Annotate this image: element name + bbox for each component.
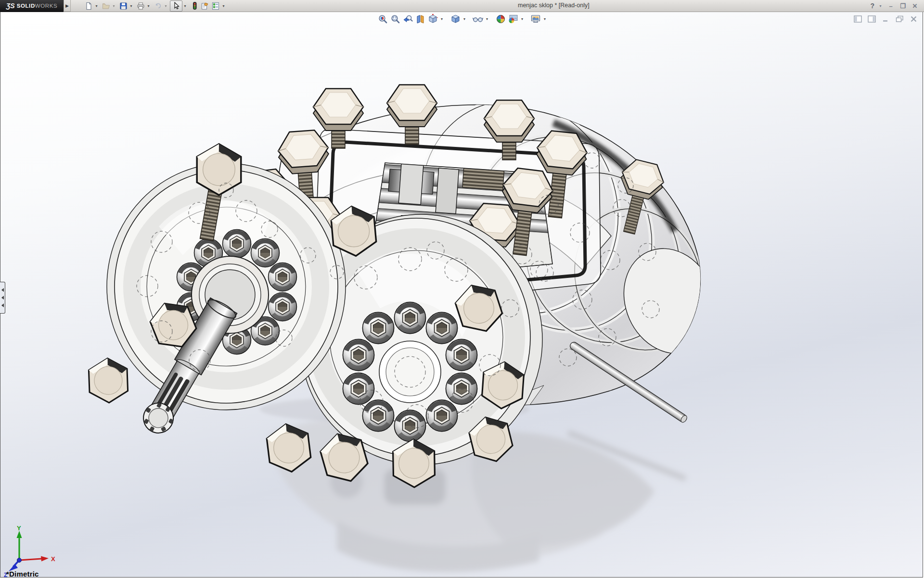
- options-button[interactable]: [210, 0, 221, 11]
- standard-toolbar: ▾ ▾ ▾ ▾: [83, 0, 228, 12]
- feature-manager-collapsed-tab[interactable]: [0, 282, 5, 314]
- zoom-to-fit-icon: [378, 14, 388, 24]
- dropdown-arrow[interactable]: ▾: [146, 0, 151, 11]
- svg-text:X: X: [51, 555, 55, 563]
- undo-button[interactable]: [153, 0, 163, 11]
- apply-scene-icon: [508, 14, 518, 24]
- solidworks-logo[interactable]: ƷS SOLIDWORKS: [0, 0, 64, 12]
- previous-view-icon: [403, 14, 413, 24]
- document-window-controls: [853, 14, 918, 23]
- minimize-document-icon: [882, 15, 889, 23]
- close-document-icon: [910, 15, 917, 23]
- gearbox-3d-model[interactable]: [0, 0, 924, 578]
- menu-flyout-arrow[interactable]: ▶: [64, 0, 71, 12]
- zoom-to-area-button[interactable]: [389, 13, 401, 25]
- help-dropdown-arrow[interactable]: ▾: [878, 0, 883, 11]
- previous-view-button[interactable]: [402, 13, 413, 25]
- hide-show-items-button[interactable]: [472, 13, 484, 25]
- view-orientation-cube-icon: [428, 14, 438, 24]
- restore-button[interactable]: ❐: [898, 2, 907, 10]
- open-document-button[interactable]: [101, 0, 111, 11]
- select-cursor-icon: [172, 2, 180, 10]
- apply-scene-button[interactable]: [507, 13, 519, 25]
- collapse-left-pane-button[interactable]: [853, 14, 862, 23]
- dropdown-arrow[interactable]: ▾: [182, 0, 188, 11]
- expand-pane-arrow-icon: [1, 296, 4, 300]
- svg-text:Y: Y: [17, 525, 21, 532]
- file-properties-button[interactable]: [200, 0, 210, 11]
- restore-document-button[interactable]: [895, 14, 904, 23]
- new-document-icon: [85, 2, 93, 10]
- collapse-right-pane-icon: [868, 15, 876, 23]
- view-settings-monitor-icon: [530, 14, 541, 24]
- print-button[interactable]: [135, 0, 146, 11]
- restore-document-icon: [896, 15, 904, 23]
- section-view-button[interactable]: [414, 13, 426, 25]
- rebuild-button[interactable]: [189, 0, 200, 11]
- save-floppy-icon: [119, 2, 128, 10]
- minimize-document-button[interactable]: [881, 14, 890, 23]
- minimize-button[interactable]: –: [886, 2, 895, 10]
- expand-pane-arrow-icon: [1, 288, 4, 292]
- dropdown-arrow[interactable]: ▾: [111, 0, 116, 11]
- title-bar: ƷS SOLIDWORKS ▶ ▾ ▾ ▾: [0, 0, 924, 12]
- view-orientation-button[interactable]: [427, 13, 438, 25]
- collapse-left-pane-icon: [854, 15, 862, 23]
- solidworks-brand-text: SOLIDWORKS: [17, 3, 58, 9]
- dropdown-arrow[interactable]: ▾: [542, 17, 547, 21]
- solidworks-logo-mark-icon: ƷS: [6, 2, 15, 10]
- file-properties-icon: [201, 2, 209, 10]
- select-button[interactable]: [170, 0, 182, 12]
- help-button[interactable]: ?: [870, 2, 874, 10]
- display-style-button[interactable]: [449, 13, 461, 25]
- undo-arrow-icon: [154, 2, 162, 10]
- dropdown-arrow[interactable]: ▾: [128, 0, 134, 11]
- traffic-light-icon: [191, 1, 199, 10]
- zoom-to-area-icon: [390, 14, 400, 24]
- document-title: menjac sklop * [Read-only]: [518, 2, 590, 9]
- view-orientation-label: *Dimetric: [6, 570, 39, 578]
- close-document-button[interactable]: [909, 14, 918, 23]
- eyeglasses-icon: [473, 14, 483, 24]
- dropdown-arrow[interactable]: ▾: [221, 0, 226, 11]
- app-window-controls: ? ▾ – ❐ ✕: [870, 0, 919, 12]
- display-style-cube-icon: [450, 14, 461, 24]
- heads-up-view-toolbar: ▾ ▾ ▾: [0, 13, 924, 25]
- expand-pane-arrow-icon: [1, 303, 4, 307]
- new-document-button[interactable]: [83, 0, 94, 11]
- dropdown-arrow[interactable]: ▾: [520, 17, 525, 21]
- dropdown-arrow[interactable]: ▾: [462, 17, 467, 21]
- collapse-right-pane-button[interactable]: [867, 14, 876, 23]
- save-button[interactable]: [118, 0, 128, 11]
- dropdown-arrow[interactable]: ▾: [485, 17, 489, 21]
- dropdown-arrow[interactable]: ▾: [94, 0, 99, 11]
- options-list-icon: [211, 2, 220, 10]
- view-settings-button[interactable]: [530, 13, 541, 25]
- dropdown-arrow[interactable]: ▾: [163, 0, 168, 11]
- close-button[interactable]: ✕: [911, 2, 919, 10]
- dropdown-arrow[interactable]: ▾: [439, 17, 444, 21]
- zoom-to-fit-button[interactable]: [377, 13, 388, 25]
- open-folder-icon: [102, 2, 110, 10]
- edit-appearance-button[interactable]: [495, 13, 506, 25]
- appearance-ball-icon: [496, 14, 506, 24]
- section-view-icon: [415, 14, 425, 24]
- printer-icon: [137, 2, 145, 10]
